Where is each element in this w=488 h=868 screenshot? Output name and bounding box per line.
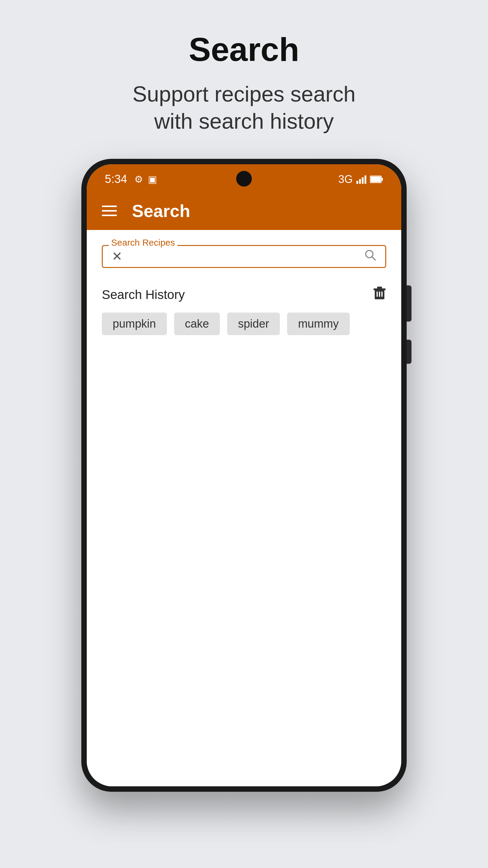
svg-rect-8 [377, 291, 378, 297]
search-history-header: Search History [102, 286, 386, 304]
search-icon[interactable] [364, 249, 376, 264]
svg-rect-9 [379, 291, 380, 297]
phone-screen: 5:34 ⚙ ▣ 3G [87, 164, 401, 786]
history-chips: pumpkincakespidermummy [102, 313, 386, 335]
content-area: Search Recipes ✕ Search History [87, 230, 401, 786]
history-chip[interactable]: pumpkin [102, 313, 167, 335]
svg-rect-2 [370, 177, 381, 182]
history-chip[interactable]: cake [174, 313, 220, 335]
hamburger-line-1 [102, 206, 117, 207]
app-bar: Search [87, 192, 401, 230]
svg-rect-10 [381, 291, 383, 297]
phone-frame: 5:34 ⚙ ▣ 3G [82, 159, 407, 792]
status-bar: 5:34 ⚙ ▣ 3G [87, 164, 401, 192]
battery-icon [370, 175, 383, 184]
search-input[interactable] [128, 249, 358, 264]
search-field-container: Search Recipes ✕ [102, 245, 386, 268]
clear-icon[interactable]: ✕ [112, 250, 122, 263]
delete-history-button[interactable] [373, 286, 386, 304]
camera-cutout [236, 171, 252, 187]
status-icons-right: 3G [338, 173, 383, 186]
app-bar-title: Search [132, 201, 190, 221]
svg-line-4 [372, 257, 375, 260]
sim-icon: ▣ [148, 174, 157, 185]
hamburger-line-2 [102, 210, 117, 212]
history-chip[interactable]: spider [227, 313, 280, 335]
network-type: 3G [338, 173, 353, 186]
svg-rect-7 [377, 287, 382, 289]
status-icons-left: ⚙ ▣ [134, 174, 157, 185]
menu-button[interactable] [102, 206, 117, 216]
hamburger-line-3 [102, 215, 117, 216]
history-chip[interactable]: mummy [287, 313, 350, 335]
signal-bars-icon [356, 175, 366, 184]
settings-icon: ⚙ [134, 174, 143, 185]
search-field-label: Search Recipes [109, 238, 177, 248]
page-subtitle: Support recipes searchwith search histor… [133, 81, 355, 135]
status-time: 5:34 [105, 173, 127, 186]
svg-rect-1 [381, 178, 383, 181]
page-title: Search [189, 30, 299, 68]
search-history-label: Search History [102, 287, 185, 302]
